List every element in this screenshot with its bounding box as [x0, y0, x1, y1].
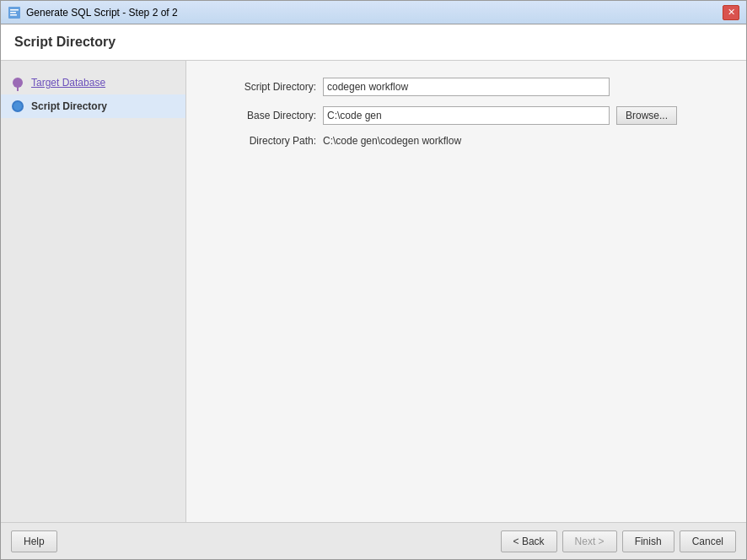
finish-button[interactable]: Finish [622, 530, 674, 552]
directory-path-label: Directory Path: [207, 135, 316, 147]
main-window: Generate SQL Script - Step 2 of 2 ✕ Scri… [0, 0, 747, 560]
help-button[interactable]: Help [11, 530, 57, 552]
title-bar-left: Generate SQL Script - Step 2 of 2 [8, 6, 178, 19]
base-directory-input[interactable] [323, 106, 610, 125]
script-directory-row: Script Directory: [207, 78, 726, 96]
base-directory-row: Base Directory: Browse... [207, 106, 726, 125]
close-button[interactable]: ✕ [723, 5, 739, 20]
circle-blue-icon [11, 100, 24, 113]
main-panel: Script Directory: Base Directory: Browse… [186, 61, 746, 522]
sidebar: Target Database Script Directory [1, 61, 186, 522]
next-button[interactable]: Next > [562, 530, 617, 552]
sidebar-item-script-directory-label: Script Directory [31, 100, 107, 112]
svg-rect-3 [10, 14, 17, 16]
directory-path-row: Directory Path: C:\code gen\codegen work… [207, 135, 726, 147]
svg-rect-1 [10, 9, 19, 11]
footer-left: Help [11, 530, 57, 552]
script-directory-input[interactable] [323, 78, 610, 96]
page-title: Script Directory [14, 35, 116, 49]
title-bar-text: Generate SQL Script - Step 2 of 2 [26, 7, 178, 19]
page-header: Script Directory [1, 24, 746, 61]
footer: Help < Back Next > Finish Cancel [1, 522, 746, 559]
app-icon [8, 6, 21, 19]
content-area: Target Database Script Directory Script … [1, 61, 746, 522]
base-directory-label: Base Directory: [207, 110, 316, 121]
sidebar-item-script-directory[interactable]: Script Directory [1, 94, 185, 118]
svg-rect-2 [10, 12, 16, 13]
back-button[interactable]: < Back [501, 530, 557, 552]
script-directory-label: Script Directory: [207, 81, 316, 93]
sidebar-item-target-database-label: Target Database [31, 77, 105, 89]
footer-right: < Back Next > Finish Cancel [501, 530, 736, 552]
sidebar-item-target-database[interactable]: Target Database [1, 71, 185, 94]
pin-icon [11, 76, 24, 89]
title-bar: Generate SQL Script - Step 2 of 2 ✕ [1, 1, 746, 24]
directory-path-value: C:\code gen\codegen workflow [323, 135, 461, 147]
cancel-button[interactable]: Cancel [680, 530, 736, 552]
browse-button[interactable]: Browse... [616, 106, 677, 125]
